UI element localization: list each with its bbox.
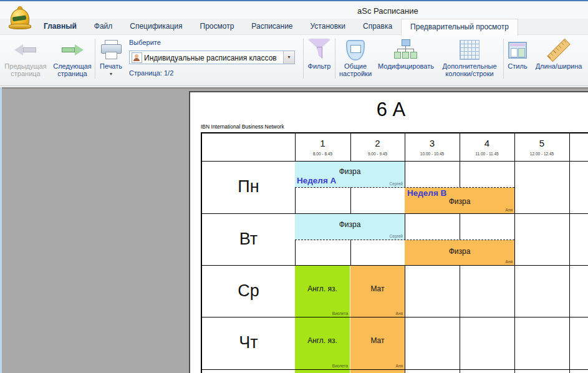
ruler-icon bbox=[547, 38, 570, 61]
lesson-teacher: Аня bbox=[506, 208, 513, 212]
lesson-teacher: Аня bbox=[506, 259, 513, 264]
day-name: Вт bbox=[202, 230, 295, 249]
group-separator bbox=[335, 39, 335, 79]
print-label: Печать bbox=[100, 62, 122, 70]
filter-button[interactable]: Фильтр bbox=[304, 37, 334, 70]
tab-help[interactable]: Справка bbox=[354, 19, 401, 35]
lesson-subject: Мат bbox=[350, 336, 405, 345]
group-separator bbox=[503, 39, 504, 79]
combobox-value: Индивидуальные расписания классов bbox=[144, 54, 277, 62]
modify-button[interactable]: Модифицировать bbox=[375, 37, 437, 70]
period-number: 2 bbox=[350, 138, 405, 148]
period-time: 11.00 - 11.45 bbox=[460, 152, 514, 156]
page-status: Страница: 1/2 bbox=[129, 69, 173, 77]
window-title: aSc Расписание bbox=[357, 6, 418, 16]
arrow-right-icon bbox=[60, 44, 85, 56]
general-settings-label: Общие настройки bbox=[339, 62, 372, 77]
ribbon-toolbar: Предыдущая страница Следующая страница П… bbox=[0, 35, 588, 86]
lesson-teacher: Сергей bbox=[390, 234, 403, 238]
next-page-label: Следующая страница bbox=[53, 62, 92, 77]
ribbon-tabs: Главный Файл Спецификация Просмотр Распи… bbox=[35, 19, 588, 35]
lesson-cell: Мат Аня bbox=[350, 266, 405, 317]
period-number: 1 bbox=[295, 138, 350, 148]
prev-page-button[interactable]: Предыдущая страница bbox=[1, 37, 50, 77]
extra-columns-rows-label: Дополнительные колонки/строки bbox=[442, 62, 496, 77]
lesson-cell: Неделя B Физра Аня bbox=[405, 188, 514, 213]
combobox-dropdown-button[interactable]: ▼ bbox=[283, 51, 294, 64]
period-time: 10.00 - 10.45 bbox=[405, 152, 460, 156]
day-name: Чт bbox=[202, 333, 295, 352]
lesson-subject: Физра bbox=[295, 167, 405, 176]
length-width-button[interactable]: Длина/ширина bbox=[531, 37, 587, 70]
lesson-subject: Англ. яз. bbox=[295, 284, 350, 293]
lesson-teacher: Аня bbox=[396, 364, 403, 368]
general-settings-button[interactable]: Общие настройки bbox=[336, 37, 375, 77]
length-width-label: Длина/ширина bbox=[536, 62, 582, 70]
org-chart-icon bbox=[393, 39, 418, 61]
lesson-subject: Физра bbox=[295, 220, 405, 229]
grid-icon bbox=[460, 40, 480, 60]
extra-columns-rows-button[interactable]: Дополнительные колонки/строки bbox=[437, 37, 502, 77]
filter-funnel-icon bbox=[308, 39, 330, 61]
grid-vline bbox=[569, 133, 570, 373]
print-button[interactable]: Печать ▼ bbox=[97, 37, 125, 78]
lesson-cell: Физра Аня bbox=[405, 240, 514, 265]
preview-page: 6 А IBN International Business Network 1… bbox=[189, 91, 588, 373]
lesson-cell: Англ. яз. Виолета bbox=[295, 317, 350, 369]
titlebar: aSc Расписание bbox=[0, 1, 588, 19]
period-number: 4 bbox=[460, 138, 514, 148]
style-button[interactable]: Стиль bbox=[504, 37, 531, 70]
period-time: 12.00 - 12.45 bbox=[514, 152, 569, 156]
grid-vline bbox=[514, 133, 515, 373]
print-dropdown-caret-icon[interactable]: ▼ bbox=[97, 70, 125, 78]
lesson-cell bbox=[350, 370, 405, 373]
period-number: 3 bbox=[405, 138, 460, 148]
school-name: IBN International Business Network bbox=[201, 124, 284, 130]
lesson-cell bbox=[295, 370, 350, 373]
style-panels-icon bbox=[508, 42, 527, 59]
select-report-label: Выберите bbox=[129, 39, 161, 46]
group-separator bbox=[303, 39, 304, 79]
class-title: 6 А bbox=[334, 99, 448, 121]
lesson-subject: Физра bbox=[405, 197, 514, 206]
period-time: 9.00 - 9.45 bbox=[350, 152, 405, 156]
week-a-label: Неделя A bbox=[297, 176, 336, 185]
filter-label: Фильтр bbox=[308, 62, 331, 70]
prev-page-label: Предыдущая страница bbox=[4, 62, 46, 77]
period-number: 5 bbox=[514, 138, 569, 148]
period-time: 8.00 - 8.45 bbox=[295, 152, 350, 156]
day-name: Ср bbox=[202, 281, 295, 301]
tab-specification[interactable]: Спецификация bbox=[121, 19, 191, 35]
lesson-subject: Англ. яз. bbox=[295, 336, 350, 345]
lesson-cell: Физра Сергей bbox=[295, 214, 405, 240]
chevron-down-icon: ▼ bbox=[284, 55, 294, 59]
lesson-teacher: Сергей bbox=[390, 182, 403, 186]
lesson-subject: Физра bbox=[405, 247, 514, 256]
person-icon bbox=[132, 52, 142, 63]
week-b-label: Неделя B bbox=[407, 188, 446, 198]
ribbon-tab-bar: Главный Файл Спецификация Просмотр Распи… bbox=[0, 19, 588, 35]
day-name: Пн bbox=[202, 177, 295, 196]
tab-main[interactable]: Главный bbox=[35, 19, 85, 35]
asc-bell-logo[interactable] bbox=[6, 4, 32, 32]
lesson-cell: Англ. яз. Виолета bbox=[295, 266, 350, 317]
lesson-cell: Мат Аня bbox=[350, 317, 405, 369]
tab-file[interactable]: Файл bbox=[85, 19, 122, 35]
group-separator bbox=[95, 39, 95, 79]
style-label: Стиль bbox=[508, 62, 527, 70]
tab-view[interactable]: Просмотр bbox=[191, 19, 243, 35]
timetable-grid: 1 8.00 - 8.45 2 9.00 - 9.45 3 10.00 - 10… bbox=[201, 132, 588, 373]
tab-settings[interactable]: Установки bbox=[302, 19, 354, 35]
lesson-teacher: Виолета bbox=[332, 311, 348, 316]
arrow-left-icon bbox=[13, 44, 38, 56]
next-page-button[interactable]: Следующая страница bbox=[50, 37, 95, 77]
lesson-teacher: Виолета bbox=[332, 364, 348, 368]
modify-label: Модифицировать bbox=[378, 62, 434, 70]
printer-icon bbox=[100, 40, 122, 60]
tab-timetable[interactable]: Расписание bbox=[243, 19, 301, 35]
report-type-combobox[interactable]: Индивидуальные расписания классов ▼ bbox=[129, 51, 295, 64]
lesson-teacher: Аня bbox=[396, 311, 403, 316]
tab-print-preview[interactable]: Предварительный просмотр bbox=[401, 19, 518, 36]
lesson-subject: Мат bbox=[350, 284, 405, 293]
shield-settings-icon bbox=[346, 40, 365, 61]
